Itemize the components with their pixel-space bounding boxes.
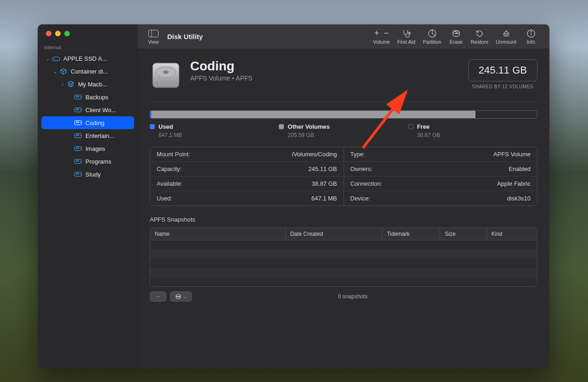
info-button[interactable]: Info [520,24,542,49]
sidebar-tree: ⌄APPLE SSD A...⌄Container di...›My Macb.… [38,52,138,181]
svg-point-21 [80,148,81,149]
info-row: Connection:Apple Fabric [344,177,537,191]
erase-icon [452,29,461,38]
total-size: 245.11 GB [468,59,537,81]
svg-point-29 [80,174,81,175]
info-box: Mount Point:/Volumes/CodingCapacity:245.… [150,147,537,206]
remove-snapshot-button[interactable]: − [150,291,166,302]
svg-point-42 [163,71,169,74]
svg-point-17 [80,135,81,136]
sidebar-icon: ⌄ [148,29,158,38]
sidebar-section-label: Internal [38,45,138,52]
vol-icon [74,146,83,151]
legend-other: Other Volumes 205.59 GB [279,123,408,138]
column-date-created[interactable]: Date Created [286,228,383,240]
erase-button[interactable]: Erase [445,24,467,49]
info-icon [527,29,535,38]
eject-icon [503,29,510,38]
cube-icon [59,68,68,74]
volume-icon [150,59,182,91]
volume-button[interactable]: +− Volume [369,24,394,49]
info-row: Device:disk3s10 [344,191,537,205]
sidebar-item-apple-ssd-a-[interactable]: ⌄APPLE SSD A... [38,52,138,65]
shared-note: SHARED BY 12 VOLUMES [468,84,537,89]
vol-icon [74,95,83,99]
sidebar: Internal ⌄APPLE SSD A...⌄Container di...… [38,24,138,369]
svg-point-25 [80,161,81,162]
svg-point-47 [176,296,177,297]
svg-point-5 [80,97,81,97]
usage-bar [150,110,537,119]
snapshots-title: APFS Snapshots [150,216,537,223]
column-size[interactable]: Size [440,228,486,240]
sidebar-item-client-wo-[interactable]: Client Wo... [38,103,138,116]
sidebar-item-backups[interactable]: Backups [38,91,138,103]
svg-rect-30 [149,30,158,37]
snapshots-table: NameDate CreatedTidemarkSizeKind [150,228,537,287]
svg-point-46 [178,296,179,297]
info-row: Mount Point:/Volumes/Coding [150,147,344,162]
svg-point-1 [54,58,55,59]
plus-icon: + [374,29,379,38]
minimize-button[interactable] [55,31,61,36]
vol-icon [74,172,83,177]
partition-button[interactable]: Partition [419,24,445,49]
hdd-icon [51,56,61,61]
column-tidemark[interactable]: Tidemark [382,228,440,240]
snapshot-count: 0 snapshots [182,293,524,300]
stethoscope-icon [402,29,411,38]
vol-icon [74,108,83,112]
info-row: Capacity:245.11 GB [150,162,344,177]
sidebar-item-entertain-[interactable]: Entertain... [38,129,138,142]
svg-point-48 [179,296,180,297]
column-name[interactable]: Name [150,228,286,240]
window-controls [38,31,138,45]
legend-used: Used 647.1 MB [150,123,279,138]
unmount-button[interactable]: Unmount [492,24,520,49]
sidebar-item-coding[interactable]: Coding [41,116,134,129]
info-row: Used:647.1 MB [150,191,344,205]
info-row: Owners:Enabled [344,162,537,177]
vol-icon [74,159,83,164]
zoom-button[interactable] [64,31,70,36]
restore-icon [475,29,484,38]
restore-button[interactable]: Restore [467,24,492,49]
pie-icon [428,29,436,38]
svg-point-44 [156,83,158,85]
info-row: Available:38.87 GB [150,177,344,191]
sidebar-item-study[interactable]: Study [38,168,138,181]
toolbar: ⌄ View Disk Utility +− Volume First Aid … [138,24,549,49]
sidebar-item-programs[interactable]: Programs [38,155,138,168]
info-row: Type:APFS Volume [344,147,537,162]
svg-point-9 [80,109,81,110]
volume-name: Coding [190,59,253,74]
first-aid-button[interactable]: First Aid [394,24,419,49]
app-title: Disk Utility [167,33,203,40]
main-pane: ⌄ View Disk Utility +− Volume First Aid … [138,24,549,369]
close-button[interactable] [46,31,51,36]
vol-icon [74,133,83,138]
disk-utility-window: Internal ⌄APPLE SSD A...⌄Container di...… [38,24,549,369]
svg-point-13 [80,122,81,123]
vol-icon [74,120,83,125]
svg-point-39 [531,31,531,32]
sidebar-item-container-di-[interactable]: ⌄Container di... [38,65,138,78]
view-button[interactable]: ⌄ View [142,24,164,49]
stack-icon [66,81,75,87]
legend-free: Free 38.87 GB [408,123,537,138]
sidebar-item-my-macb-[interactable]: ›My Macb... [38,78,138,91]
volume-subtitle: APFS Volume • APFS [190,74,253,82]
annotation-arrow [358,88,413,153]
column-kind[interactable]: Kind [487,228,537,240]
svg-line-49 [363,92,406,148]
sidebar-item-images[interactable]: Images [38,142,138,155]
svg-point-33 [408,32,410,34]
minus-icon: − [384,29,389,38]
